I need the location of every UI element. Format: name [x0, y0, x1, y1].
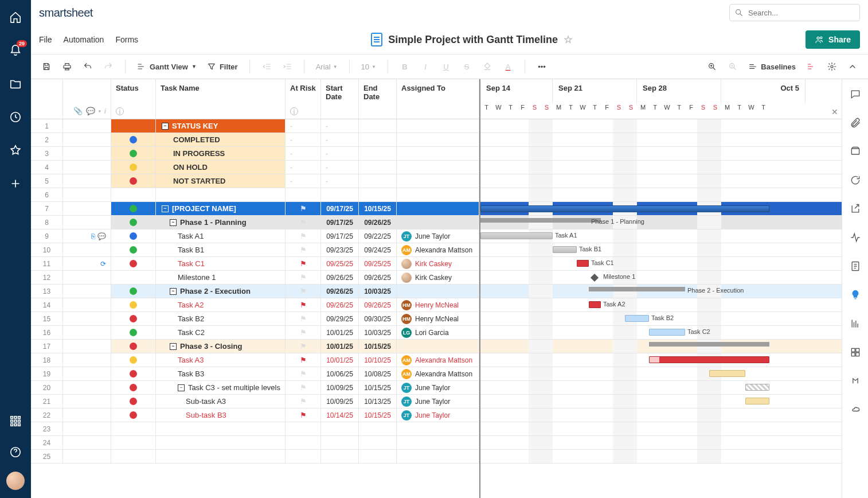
status-cell[interactable] — [111, 298, 156, 312]
risk-cell[interactable]: ⚑ — [286, 408, 321, 422]
risk-cell[interactable]: ⚑ — [286, 285, 321, 298]
gantt-row[interactable] — [480, 340, 842, 353]
assignee-cell[interactable]: AMAlexandra Mattson — [397, 353, 479, 367]
risk-cell[interactable] — [286, 422, 321, 435]
col-risk[interactable]: At Riski — [286, 79, 321, 119]
grid-row[interactable]: 14Task A2⚑09/26/2509/26/25HMHenry McNeal — [31, 298, 479, 312]
start-date-cell[interactable]: 09/26/25 — [321, 285, 359, 298]
start-date-cell[interactable]: 09/17/25 — [321, 216, 359, 229]
gantt-row[interactable] — [480, 367, 842, 381]
assignee-cell[interactable]: AMAlexandra Mattson — [397, 243, 479, 256]
assignee-cell[interactable] — [397, 188, 479, 201]
start-date-cell[interactable] — [321, 422, 359, 435]
status-cell[interactable] — [111, 326, 156, 339]
home-icon[interactable] — [4, 6, 27, 29]
end-date-cell[interactable] — [359, 174, 397, 188]
end-date-cell[interactable]: 09/25/25 — [359, 257, 397, 270]
grid-row[interactable]: 12Milestone 1⚑09/26/2509/26/25Kirk Caske… — [31, 271, 479, 285]
start-date-cell[interactable]: 09/26/25 — [321, 298, 359, 312]
assignee-cell[interactable]: AMAlexandra Mattson — [397, 367, 479, 380]
start-date-cell[interactable]: 09/26/25 — [321, 271, 359, 284]
collapse-toggle-icon[interactable]: − — [170, 219, 177, 226]
row-number[interactable]: 9 — [31, 229, 63, 243]
start-date-cell[interactable]: 09/29/25 — [321, 312, 359, 325]
task-cell[interactable]: COMPLETED — [156, 133, 286, 146]
status-cell[interactable] — [111, 147, 156, 160]
collapse-toggle-icon[interactable]: − — [170, 343, 177, 350]
grid-row[interactable]: 22Sub-task B3⚑10/14/2510/15/25JTJune Tay… — [31, 408, 479, 422]
status-cell[interactable] — [111, 202, 156, 215]
gantt-bar[interactable] — [709, 370, 745, 377]
task-cell[interactable]: Task A1 — [156, 229, 286, 243]
row-number[interactable]: 17 — [31, 340, 63, 353]
grid-row[interactable]: 17−Phase 3 - Closing⚑10/01/2510/15/25 — [31, 340, 479, 353]
global-search[interactable] — [729, 4, 860, 21]
gantt-row[interactable] — [480, 395, 842, 408]
gantt-bar[interactable] — [625, 315, 649, 322]
row-number[interactable]: 8 — [31, 216, 63, 229]
end-date-cell[interactable]: 09/26/25 — [359, 271, 397, 284]
start-date-cell[interactable] — [321, 436, 359, 449]
status-cell[interactable] — [111, 229, 156, 243]
row-number[interactable]: 13 — [31, 285, 63, 298]
risk-cell[interactable]: ⚑ — [286, 271, 321, 284]
risk-cell[interactable] — [286, 188, 321, 201]
row-number[interactable]: 5 — [31, 174, 63, 188]
underline-icon[interactable]: U — [437, 58, 455, 75]
view-switcher[interactable]: Gantt View ▼ — [134, 58, 200, 75]
task-cell[interactable]: ON HOLD — [156, 161, 286, 174]
start-date-cell[interactable]: 10/14/25 — [321, 408, 359, 422]
end-date-cell[interactable]: 10/03/25 — [359, 326, 397, 339]
grid-row[interactable]: 6 — [31, 188, 479, 202]
col-assigned[interactable]: Assigned To — [397, 79, 479, 119]
status-cell[interactable] — [111, 312, 156, 325]
risk-cell[interactable]: ⚑ — [286, 312, 321, 325]
gantt-row[interactable]: Task B2 — [480, 312, 842, 326]
start-date-cell[interactable]: - — [321, 174, 359, 188]
settings-gear-icon[interactable] — [823, 58, 840, 75]
assignee-cell[interactable] — [397, 174, 479, 188]
grid-row[interactable]: 2COMPLETED-- — [31, 133, 479, 147]
risk-cell[interactable]: ⚑ — [286, 216, 321, 229]
gantt-bar[interactable] — [480, 218, 601, 223]
task-cell[interactable]: Task B1 — [156, 243, 286, 256]
start-date-cell[interactable]: - — [321, 119, 359, 133]
create-icon[interactable] — [4, 172, 27, 195]
status-cell[interactable] — [111, 450, 156, 463]
comment-icon[interactable]: 💬 — [97, 232, 106, 240]
grid-row[interactable]: 3IN PROGRESS-- — [31, 147, 479, 161]
status-cell[interactable] — [111, 367, 156, 380]
gantt-row[interactable] — [480, 381, 842, 395]
risk-cell[interactable]: ⚑ — [286, 257, 321, 270]
start-date-cell[interactable]: 09/23/25 — [321, 243, 359, 256]
start-date-cell[interactable]: - — [321, 147, 359, 160]
grid-row[interactable]: 4ON HOLD-- — [31, 161, 479, 174]
browse-icon[interactable] — [4, 72, 27, 95]
status-cell[interactable] — [111, 395, 156, 408]
help-icon[interactable] — [4, 441, 27, 464]
start-date-cell[interactable]: 10/01/25 — [321, 326, 359, 339]
baselines-button[interactable]: Baselines — [745, 58, 799, 75]
assignee-cell[interactable] — [397, 119, 479, 133]
task-cell[interactable] — [156, 422, 286, 435]
assignee-cell[interactable]: JTJune Taylor — [397, 381, 479, 394]
gantt-close-icon[interactable]: ✕ — [831, 107, 838, 116]
favorites-icon[interactable] — [4, 139, 27, 162]
grid-row[interactable]: 11⟳Task C1⚑09/25/2509/25/25Kirk Caskey — [31, 257, 479, 271]
risk-cell[interactable]: ⚑ — [286, 340, 321, 353]
row-number[interactable]: 3 — [31, 147, 63, 160]
col-start[interactable]: Start Date — [321, 79, 359, 119]
status-cell[interactable] — [111, 271, 156, 284]
notifications-icon[interactable]: 29 — [4, 39, 27, 62]
start-date-cell[interactable]: 10/09/25 — [321, 381, 359, 394]
critical-path-icon[interactable] — [803, 58, 820, 75]
gantt-bar[interactable] — [649, 356, 769, 363]
assignee-cell[interactable] — [397, 285, 479, 298]
attachment-icon[interactable]: ⎘ — [91, 232, 95, 240]
update-requests-icon[interactable] — [846, 171, 865, 189]
work-insights-icon[interactable] — [846, 286, 865, 304]
end-date-cell[interactable]: 10/15/25 — [359, 340, 397, 353]
gantt-bar[interactable] — [480, 205, 769, 212]
gantt-row[interactable] — [480, 450, 842, 464]
end-date-cell[interactable] — [359, 422, 397, 435]
